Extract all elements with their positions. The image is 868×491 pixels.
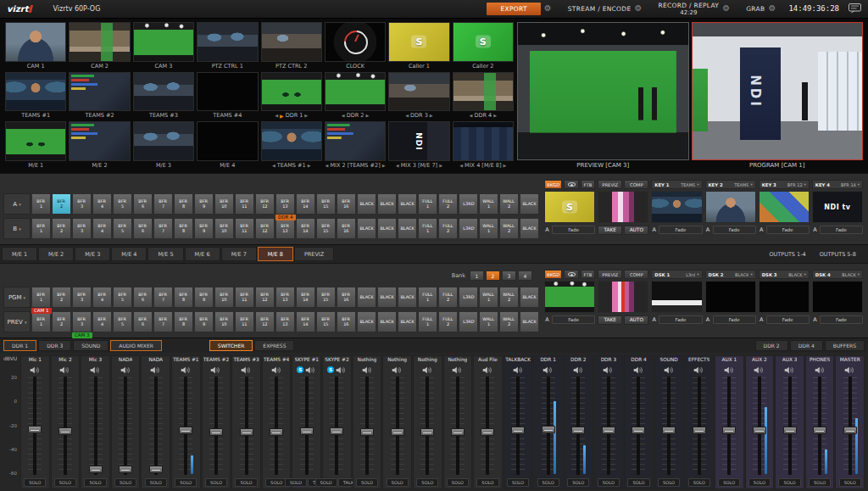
monitor-cell-ddr-3[interactable]: ◀DDR 3▶ <box>388 72 449 120</box>
skip-back-icon[interactable]: ◀ <box>275 113 278 118</box>
solo-button[interactable]: SOLO <box>537 478 559 487</box>
solo-button[interactable]: SOLO <box>356 478 378 487</box>
source-button-black-16[interactable]: BLACK <box>357 311 376 332</box>
source-button-wall-2[interactable]: WALL2 <box>499 193 519 215</box>
volume-fader[interactable] <box>292 375 320 477</box>
fader-handle[interactable] <box>209 428 223 436</box>
source-button-wall-1[interactable]: WALL1 <box>479 218 498 239</box>
button-outputs-5-8[interactable]: OUTPUTS 5-8 <box>820 251 856 258</box>
fader-handle[interactable] <box>270 428 283 436</box>
volume-fader[interactable] <box>172 375 200 477</box>
source-button-bfr-13[interactable]: BFR13 <box>275 218 295 239</box>
source-button-wall-2[interactable]: WALL2 <box>499 218 519 239</box>
source-button-l3rd-21[interactable]: L3RD <box>459 311 478 332</box>
monitor-cell-m-e-4[interactable]: M/E 4 <box>197 121 258 170</box>
speaker-icon[interactable] <box>30 366 41 374</box>
monitor-cell-teams-2[interactable]: TEAMS #2 <box>69 72 130 120</box>
source-button-bfr-13[interactable]: BFR13 <box>275 311 295 332</box>
fader-handle[interactable] <box>360 428 374 436</box>
fade-button[interactable]: Fade <box>820 315 863 324</box>
source-button-black-16[interactable]: BLACK <box>357 287 376 308</box>
volume-fader[interactable] <box>836 375 864 477</box>
speaker-icon[interactable] <box>59 366 70 374</box>
monitor-cell-clock[interactable]: CLOCK <box>325 22 386 70</box>
source-button-bfr-8[interactable]: BFR8 <box>174 311 193 332</box>
monitor-cell-caller-2[interactable]: SCaller 2 <box>453 22 514 70</box>
source-button-full-2[interactable]: FULL2 <box>438 218 458 239</box>
stream-encode-button[interactable]: STREAM / ENCODE <box>568 5 632 13</box>
speaker-icon[interactable] <box>754 366 765 374</box>
fader-handle[interactable] <box>813 427 826 434</box>
export-button[interactable]: EXPORT <box>487 3 540 15</box>
speaker-icon[interactable] <box>724 366 735 374</box>
source-button-bfr-7[interactable]: BFR7 <box>153 311 173 332</box>
source-button-bfr-15[interactable]: BFR15 <box>316 218 336 239</box>
fader-handle[interactable] <box>300 427 314 435</box>
solo-button[interactable]: SOLO <box>627 478 649 487</box>
source-button-bfr-2[interactable]: BFR2 <box>52 311 71 332</box>
skip-forward-icon[interactable]: ▶ <box>304 113 308 118</box>
volume-fader[interactable] <box>444 375 472 477</box>
fader-handle[interactable] <box>240 428 253 436</box>
source-button-bfr-16[interactable]: BFR16 <box>337 193 356 215</box>
tab-m-e-8[interactable]: M/E 8 <box>258 247 293 261</box>
speaker-icon[interactable] <box>844 366 855 374</box>
fader-handle[interactable] <box>783 427 797 434</box>
volume-fader[interactable] <box>715 375 743 477</box>
key-header-key-3[interactable]: KEY 3BFR 12▾ <box>759 180 810 189</box>
tab-previz[interactable]: PREVIZ <box>294 247 334 261</box>
source-button-wall-2[interactable]: WALL2 <box>499 287 519 308</box>
tab-m-e-3[interactable]: M/E 3 <box>75 247 110 261</box>
solo-button[interactable]: SOLO <box>567 478 589 487</box>
source-button-black-24[interactable]: BLACK <box>520 311 539 332</box>
monitor-cell-teams-1[interactable]: ◀TEAMS #1▶ <box>261 121 322 170</box>
speaker-icon[interactable] <box>422 366 433 374</box>
fader-handle[interactable] <box>693 427 706 434</box>
bus-selector-a[interactable]: A▾ <box>3 193 31 215</box>
source-button-bfr-12[interactable]: BFR12 <box>255 218 275 239</box>
solo-button[interactable]: SOLO <box>285 478 307 487</box>
fader-handle[interactable] <box>843 427 857 434</box>
fader-handle[interactable] <box>632 427 645 434</box>
bus-selector-b[interactable]: B▾ <box>3 218 31 239</box>
solo-button[interactable]: SOLO <box>387 478 409 487</box>
fader-handle[interactable] <box>119 466 132 473</box>
solo-button[interactable]: SOLO <box>598 478 620 487</box>
solo-button[interactable]: SOLO <box>507 478 529 487</box>
fade-button[interactable]: Fade <box>659 315 702 324</box>
source-button-bfr-6[interactable]: BFR6 <box>133 193 153 215</box>
source-button-bfr-2[interactable]: BFR2 <box>52 287 71 308</box>
volume-fader[interactable] <box>353 375 381 477</box>
source-button-bfr-3[interactable]: BFR3CAM 3 <box>72 311 92 332</box>
source-button-bfr-8[interactable]: BFR8 <box>174 218 193 239</box>
solo-button[interactable]: SOLO <box>718 478 740 487</box>
source-button-wall-1[interactable]: WALL1 <box>479 287 498 308</box>
source-button-black-17[interactable]: BLACK <box>377 218 397 239</box>
source-button-bfr-14[interactable]: BFR14 <box>296 193 315 215</box>
source-button-bfr-11[interactable]: BFR11 <box>235 218 254 239</box>
bank-button-2[interactable]: 2 <box>486 271 500 281</box>
record-settings-gear-icon[interactable]: ⚙ <box>722 4 730 13</box>
source-button-black-17[interactable]: BLACK <box>377 193 397 215</box>
source-button-bfr-4[interactable]: BFR4 <box>92 311 112 332</box>
tab-express[interactable]: EXPRESS <box>254 340 294 351</box>
source-button-bfr-13[interactable]: BFR13 <box>275 287 295 308</box>
skip-back-icon[interactable]: ◀ <box>396 163 399 168</box>
volume-fader[interactable] <box>746 375 774 477</box>
key-header-dsk-4[interactable]: DSK 4BLACK▾ <box>812 270 863 279</box>
volume-fader[interactable] <box>323 375 351 477</box>
monitor-cell-cam-2[interactable]: CAM 2 <box>69 22 130 70</box>
source-button-full-2[interactable]: FULL2 <box>438 287 458 308</box>
solo-button[interactable]: SOLO <box>447 478 469 487</box>
speaker-icon[interactable] <box>305 366 316 374</box>
source-button-bfr-2[interactable]: BFR2 <box>52 218 71 239</box>
source-button-bfr-16[interactable]: BFR16 <box>337 218 356 239</box>
source-button-bfr-16[interactable]: BFR16 <box>337 311 356 332</box>
comp-button[interactable]: COMP <box>624 180 648 189</box>
source-button-bfr-14[interactable]: BFR14 <box>296 311 315 332</box>
source-button-bfr-5[interactable]: BFR5 <box>113 218 132 239</box>
speaker-icon[interactable] <box>815 366 826 374</box>
skip-forward-icon[interactable]: ▶ <box>382 163 386 168</box>
fader-handle[interactable] <box>542 426 555 433</box>
volume-fader[interactable] <box>685 375 713 477</box>
